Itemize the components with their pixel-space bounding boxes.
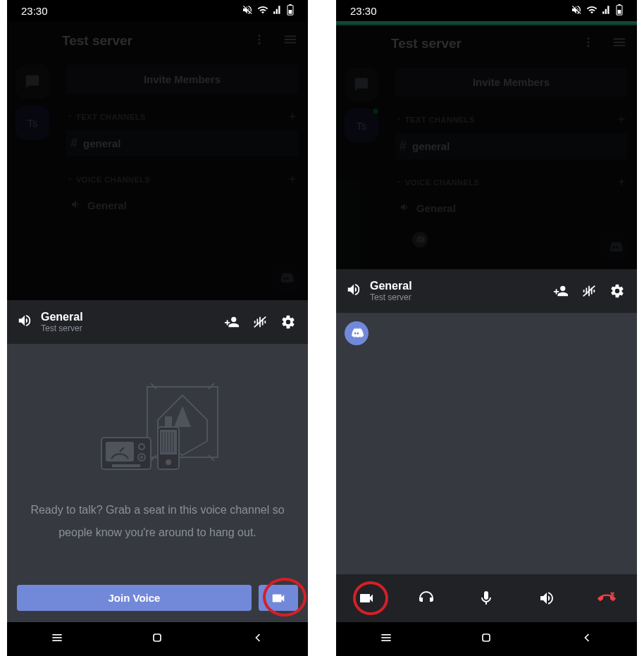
more-icon[interactable] — [253, 33, 266, 49]
voice-channel-general[interactable]: General — [395, 196, 627, 221]
chevron-down-icon — [66, 113, 73, 121]
invite-members-button[interactable]: Invite Members — [66, 65, 298, 94]
nav-recents-icon[interactable] — [50, 631, 64, 648]
voice-channel-label: General — [87, 199, 127, 211]
online-indicator-icon — [371, 107, 380, 116]
hash-icon: # — [70, 136, 78, 151]
voice-server-name: Test server — [370, 292, 543, 302]
mute-button[interactable] — [472, 584, 500, 612]
voice-server-name: Test server — [41, 323, 213, 333]
prompt-text-1: Ready to talk? Grab a seat in this voice… — [30, 504, 284, 516]
invite-members-button[interactable]: Invite Members — [395, 68, 627, 97]
discord-fab[interactable] — [271, 264, 301, 293]
server-badge-label: Ts — [357, 120, 367, 132]
participant-avatar[interactable] — [345, 321, 369, 345]
more-icon[interactable] — [582, 36, 595, 51]
noise-suppress-icon[interactable] — [250, 314, 270, 330]
voice-channel-name: General — [41, 311, 213, 323]
server-badge-label: Ts — [27, 117, 38, 129]
empty-state-illustration — [80, 381, 235, 494]
server-header: Test server — [7, 21, 308, 61]
channel-list: Invite Members TEXT CHANNELS # general V… — [385, 63, 637, 247]
voice-panel-joined — [336, 313, 637, 575]
wifi-icon — [586, 4, 597, 18]
hamburger-icon[interactable] — [612, 35, 627, 53]
app-body: Test server Ts Invite Members — [7, 21, 308, 300]
nav-recents-icon[interactable] — [379, 631, 393, 648]
text-channel-general[interactable]: # general — [395, 133, 627, 159]
battery-icon — [616, 4, 623, 18]
text-channel-general[interactable]: # general — [66, 130, 298, 156]
deafen-button[interactable] — [412, 584, 440, 612]
battery-icon — [287, 4, 294, 18]
server-icon[interactable]: Ts — [16, 106, 49, 140]
status-time: 23:30 — [350, 5, 377, 17]
dm-button[interactable] — [345, 68, 378, 101]
video-call-button[interactable] — [259, 585, 298, 611]
video-toggle-button[interactable] — [352, 584, 380, 612]
svg-point-4 — [259, 39, 261, 41]
text-channel-label: general — [412, 140, 450, 152]
svg-point-45 — [588, 45, 590, 47]
status-time: 23:30 — [21, 5, 48, 17]
noise-suppress-icon[interactable] — [579, 283, 599, 299]
svg-rect-28 — [165, 416, 172, 427]
call-controls — [336, 574, 637, 622]
voice-channels-header[interactable]: VOICE CHANNELS — [66, 173, 298, 186]
voice-info-bar: General Test server — [336, 269, 637, 313]
svg-rect-39 — [154, 634, 161, 641]
speaker-output-icon[interactable] — [17, 313, 32, 331]
phone-right: 23:30 Test server — [336, 0, 637, 656]
text-channel-label: general — [83, 137, 120, 149]
voice-channel-general[interactable]: General — [66, 193, 298, 218]
settings-icon[interactable] — [607, 283, 627, 299]
text-channels-header[interactable]: TEXT CHANNELS — [395, 113, 627, 126]
voice-section-label: VOICE CHANNELS — [76, 175, 150, 184]
add-text-channel-icon[interactable] — [616, 113, 627, 126]
nav-back-icon[interactable] — [251, 631, 265, 648]
svg-rect-42 — [618, 10, 621, 14]
add-user-icon[interactable] — [551, 283, 571, 299]
nav-home-icon[interactable] — [150, 631, 164, 648]
dm-button[interactable] — [16, 65, 49, 99]
text-channels-header[interactable]: TEXT CHANNELS — [66, 111, 298, 123]
disconnect-button[interactable] — [593, 584, 621, 612]
svg-point-44 — [588, 42, 590, 44]
speaker-toggle-button[interactable] — [533, 584, 561, 612]
chevron-down-icon — [395, 178, 402, 187]
speaker-icon — [70, 199, 82, 212]
svg-point-3 — [259, 35, 261, 37]
chevron-down-icon — [66, 175, 73, 184]
android-navbar — [7, 622, 308, 656]
discord-fab[interactable] — [600, 233, 630, 262]
add-text-channel-icon[interactable] — [287, 111, 298, 123]
hash-icon: # — [400, 139, 407, 154]
signal-icon — [273, 5, 283, 17]
svg-rect-2 — [289, 10, 292, 14]
status-icons — [571, 4, 623, 18]
add-user-icon[interactable] — [222, 314, 242, 330]
voice-channels-header[interactable]: VOICE CHANNELS — [395, 176, 627, 189]
hamburger-icon[interactable] — [283, 32, 298, 50]
svg-point-5 — [259, 42, 261, 44]
server-title: Test server — [391, 36, 572, 51]
svg-rect-1 — [289, 4, 291, 6]
server-rail: Ts — [336, 63, 385, 142]
server-title: Test server — [62, 33, 243, 49]
chevron-down-icon — [395, 116, 402, 124]
voice-section-label: VOICE CHANNELS — [405, 178, 479, 187]
nav-back-icon[interactable] — [580, 631, 594, 648]
add-voice-channel-icon[interactable] — [287, 173, 298, 186]
settings-icon[interactable] — [278, 314, 298, 330]
wifi-icon — [257, 4, 268, 18]
server-icon[interactable]: Ts — [345, 109, 378, 142]
svg-rect-35 — [112, 464, 140, 467]
join-voice-button[interactable]: Join Voice — [17, 585, 252, 611]
signal-icon — [602, 5, 612, 17]
channel-list: Invite Members TEXT CHANNELS # general — [56, 61, 308, 218]
speaker-output-icon[interactable] — [346, 282, 361, 300]
nav-home-icon[interactable] — [479, 631, 493, 648]
text-section-label: TEXT CHANNELS — [76, 113, 146, 121]
voice-member[interactable] — [395, 232, 627, 247]
add-voice-channel-icon[interactable] — [616, 176, 627, 189]
